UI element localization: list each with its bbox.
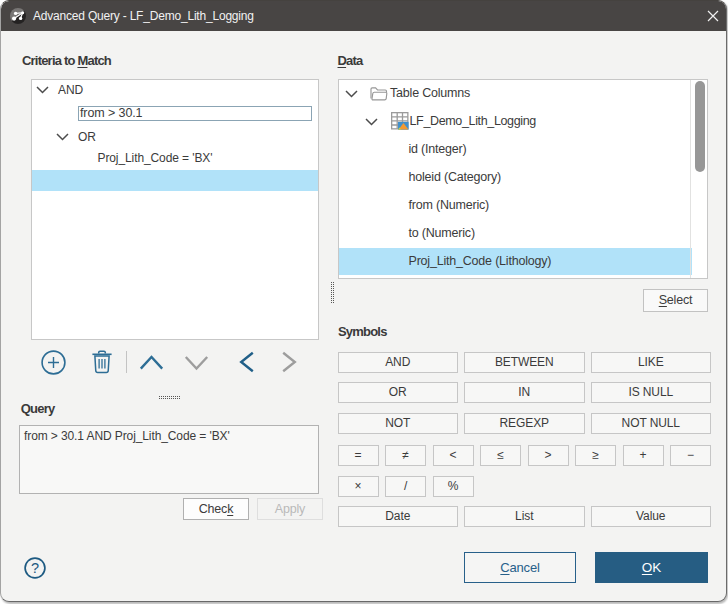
svg-text:?: ? bbox=[31, 560, 39, 576]
